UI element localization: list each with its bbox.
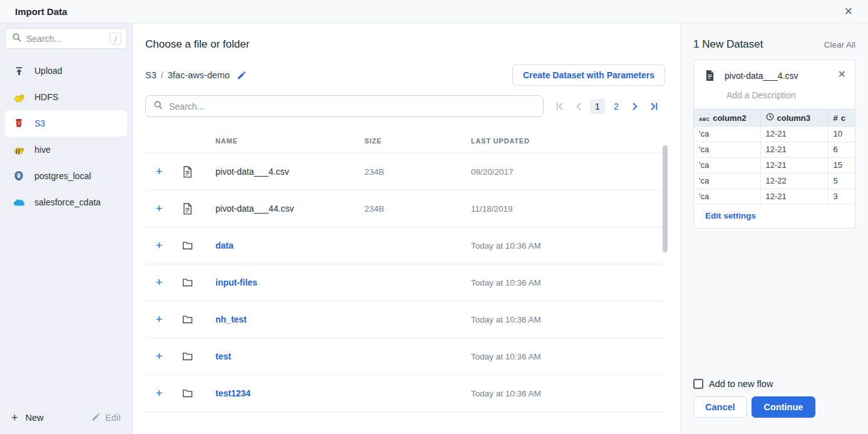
row-name[interactable]: input-files: [215, 277, 257, 287]
preview-row: 'ca12-2115: [694, 158, 855, 173]
edit-path-pencil-icon[interactable]: [237, 71, 246, 80]
row-last-updated: Today at 10:36 AM: [471, 278, 665, 287]
text-type-icon: ABC: [699, 113, 710, 123]
preview-cell: 12-22: [760, 173, 828, 189]
row-last-updated: 09/20/2017: [471, 167, 665, 177]
row-size: 234B: [364, 167, 471, 177]
table-row[interactable]: +test1234Today at 10:36 AM: [145, 375, 665, 412]
row-name[interactable]: data: [215, 240, 234, 251]
sidebar-item-hive[interactable]: hive: [5, 137, 127, 163]
pagination: 12: [552, 99, 665, 114]
table-row[interactable]: +pivot-data___44.csv234B11/18/2019: [145, 190, 665, 227]
edit-connection-button[interactable]: Edit: [91, 413, 121, 423]
sidebar-item-postgres_local[interactable]: postgres_local: [5, 163, 127, 189]
column-header-last-updated: LAST UPDATED: [471, 137, 665, 145]
table-row[interactable]: +testToday at 10:36 AM: [145, 338, 665, 375]
sidebar-item-label: salesforce_cdata: [34, 197, 101, 207]
edit-connection-label: Edit: [105, 413, 121, 423]
search-icon: [153, 100, 163, 112]
add-dataset-plus-icon[interactable]: +: [145, 349, 173, 363]
breadcrumb: S3 / 3fac-aws-demo: [145, 70, 246, 80]
hadoop-icon: [13, 91, 25, 103]
remove-dataset-icon[interactable]: ✕: [838, 70, 846, 80]
sidebar-item-s3[interactable]: S3: [5, 110, 127, 137]
last-page-icon[interactable]: [646, 99, 661, 114]
connections-sidebar: / UploadHDFSS3hivepostgres_localsalesfor…: [0, 23, 133, 434]
file-search-input[interactable]: [169, 101, 535, 111]
new-connection-button[interactable]: + New: [11, 411, 44, 425]
row-last-updated: Today at 10:36 AM: [471, 389, 665, 398]
row-name[interactable]: nh_test: [215, 314, 247, 324]
plus-icon: +: [11, 411, 18, 425]
next-page-icon[interactable]: [628, 99, 643, 114]
file-icon: [173, 203, 202, 215]
file-search[interactable]: [145, 95, 544, 117]
row-last-updated: Today at 10:36 AM: [471, 352, 665, 361]
sidebar-search-input[interactable]: [26, 34, 105, 44]
add-dataset-plus-icon[interactable]: +: [145, 202, 173, 215]
add-to-new-flow-label: Add to new flow: [709, 379, 773, 389]
add-dataset-plus-icon[interactable]: +: [145, 386, 173, 400]
sidebar-item-label: HDFS: [34, 92, 58, 102]
add-to-new-flow-checkbox[interactable]: [693, 379, 703, 389]
sidebar-item-salesforce_cdata[interactable]: salesforce_cdata: [5, 189, 127, 215]
dataset-card: pivot-data___4.csv ✕ Add a Description A…: [693, 59, 855, 229]
add-dataset-plus-icon[interactable]: +: [145, 239, 173, 252]
preview-column-header: column3: [760, 110, 828, 127]
page-button-1[interactable]: 1: [590, 99, 605, 114]
preview-row: 'ca12-216: [694, 142, 855, 158]
sidebar-item-label: Upload: [34, 66, 62, 76]
preview-column-label: column2: [713, 113, 746, 123]
sidebar-search[interactable]: /: [5, 28, 127, 49]
row-name[interactable]: pivot-data___44.csv: [215, 204, 294, 214]
row-name[interactable]: pivot-data___4.csv: [215, 167, 289, 177]
modal-titlebar: Import Data ✕: [0, 0, 868, 23]
table-row[interactable]: +nh_testToday at 10:36 AM: [145, 301, 665, 338]
folder-icon: [173, 278, 202, 287]
vertical-scrollbar[interactable]: [663, 145, 668, 252]
table-row[interactable]: +dataToday at 10:36 AM: [145, 227, 665, 264]
sidebar-item-upload[interactable]: Upload: [5, 58, 127, 84]
breadcrumb-root[interactable]: S3: [145, 70, 157, 80]
file-icon: [705, 70, 715, 84]
import-data-modal: Import Data ✕ / UploadHDFSS3hivepostgres…: [0, 0, 868, 434]
table-row[interactable]: +input-filesToday at 10:36 AM: [145, 264, 665, 301]
edit-settings-link[interactable]: Edit settings: [694, 205, 855, 228]
close-icon[interactable]: ✕: [844, 6, 853, 17]
preview-cell: 6: [828, 142, 855, 158]
preview-cell: 12-21: [760, 127, 828, 142]
breadcrumb-separator: /: [161, 70, 163, 80]
modal-title: Import Data: [15, 6, 67, 17]
preview-cell: 12-21: [760, 142, 828, 158]
continue-button[interactable]: Continue: [752, 396, 816, 418]
new-dataset-panel: 1 New Dataset Clear All pivot-data___4.c…: [680, 23, 868, 434]
row-name[interactable]: test: [215, 351, 231, 361]
table-row[interactable]: +pivot-data___4.csv234B09/20/2017: [145, 153, 665, 190]
page-button-2[interactable]: 2: [609, 99, 624, 114]
row-last-updated: 11/18/2019: [471, 204, 665, 214]
row-size: 234B: [364, 204, 471, 214]
preview-cell: 'ca: [694, 142, 760, 158]
folder-icon: [173, 315, 202, 324]
add-description-field[interactable]: Add a Description: [694, 84, 855, 109]
add-dataset-plus-icon[interactable]: +: [145, 165, 173, 178]
add-to-new-flow-option[interactable]: Add to new flow: [693, 379, 773, 389]
add-dataset-plus-icon[interactable]: +: [145, 276, 173, 289]
sidebar-item-hdfs[interactable]: HDFS: [5, 84, 127, 110]
new-connection-label: New: [26, 413, 44, 423]
clear-all-button[interactable]: Clear All: [824, 40, 855, 49]
preview-column-header: #c: [828, 110, 855, 127]
preview-column-label: column3: [777, 113, 810, 123]
breadcrumb-current: 3fac-aws-demo: [168, 70, 230, 80]
preview-row: 'ca12-2110: [694, 127, 855, 142]
create-dataset-with-parameters-button[interactable]: Create Dataset with Parameters: [512, 65, 665, 86]
add-dataset-plus-icon[interactable]: +: [145, 313, 173, 326]
time-type-icon: [766, 113, 774, 123]
preview-column-header: ABCcolumn2: [694, 110, 760, 127]
search-shortcut-hint: /: [110, 33, 121, 44]
row-name[interactable]: test1234: [215, 388, 251, 398]
preview-column-label: c: [841, 113, 845, 123]
cancel-button[interactable]: Cancel: [693, 396, 747, 418]
column-header-name: NAME: [202, 137, 364, 145]
preview-cell: 5: [828, 173, 855, 189]
